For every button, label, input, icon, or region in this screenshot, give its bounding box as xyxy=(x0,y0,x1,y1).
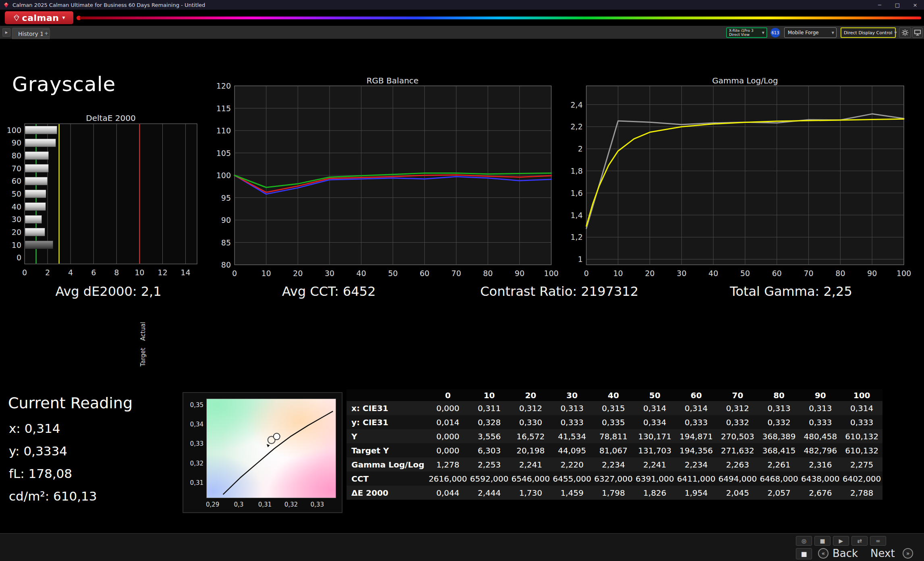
meter-name: X-Rite i1Pro 3 xyxy=(729,29,760,33)
table-cell: 6455,000 xyxy=(551,472,593,486)
axis-tick-label: 90 xyxy=(12,138,21,147)
table-cell: 0,328 xyxy=(469,415,510,429)
table-col-header-90: 90 xyxy=(799,389,841,401)
workspace-layout-button[interactable] xyxy=(912,27,923,38)
axis-tick-label: 110 xyxy=(216,126,231,135)
source-select-dropdown[interactable]: Mobile Forge ▼ xyxy=(784,27,837,38)
table-cell: 368,389 xyxy=(758,429,800,443)
pattern-window-button[interactable]: ■ xyxy=(796,548,812,559)
cie-y-tick: 0,31 xyxy=(181,479,203,486)
table-row-label: Gamma Log/Log xyxy=(347,457,427,472)
table-cell: 2,241 xyxy=(510,457,551,472)
table-cell: 0,000 xyxy=(427,401,469,415)
calman-menu-button[interactable]: calman ▼ xyxy=(5,11,73,24)
stat-avg-de2000: Avg dE2000: 2,1 xyxy=(55,284,161,299)
table-cell: 6546,000 xyxy=(510,472,551,486)
axis-tick-label: 0 xyxy=(17,253,21,262)
delta-e-bar-100 xyxy=(25,126,57,134)
table-cell: 482,796 xyxy=(799,443,841,457)
table-cell: 2,045 xyxy=(717,486,758,500)
axis-tick-label: 40 xyxy=(356,269,366,278)
table-cell: 2,220 xyxy=(551,457,593,472)
axis-tick-label: 10 xyxy=(262,269,271,278)
table-col-header-100: 100 xyxy=(841,389,882,401)
cie-y-tick: 0,34 xyxy=(181,421,203,428)
continuous-read-button[interactable]: ⇄ xyxy=(851,536,868,546)
table-row: Y0,0003,55616,57241,53478,811130,171194,… xyxy=(347,429,882,443)
back-icon[interactable]: « xyxy=(818,548,828,559)
stat-contrast-ratio: Contrast Ratio: 2197312 xyxy=(480,284,639,299)
table-row-label: Target Y xyxy=(347,443,427,457)
next-icon[interactable]: » xyxy=(903,548,913,559)
axis-tick-label: 30 xyxy=(12,215,21,224)
calman-app-icon xyxy=(3,2,9,8)
maximize-button[interactable]: □ xyxy=(889,0,906,10)
cie-x-tick: 0,32 xyxy=(279,501,303,508)
delta-e-bar-10 xyxy=(25,241,53,249)
reading-x: x: 0,314 xyxy=(9,421,60,436)
minimize-button[interactable]: ─ xyxy=(871,0,889,10)
cie-x-tick: 0,33 xyxy=(305,501,329,508)
close-button[interactable]: × xyxy=(906,0,924,10)
table-col-header-80: 80 xyxy=(758,389,800,401)
page-title: Grayscale xyxy=(12,73,116,96)
axis-tick-label: 12 xyxy=(158,268,167,277)
delta-e-bar-40 xyxy=(25,203,46,211)
axis-tick-label: 70 xyxy=(12,164,21,173)
axis-tick-label: 85 xyxy=(221,238,231,247)
table-cell: 2,676 xyxy=(799,486,841,500)
stop-button[interactable]: ■ xyxy=(814,536,831,546)
back-button[interactable]: Back xyxy=(833,547,858,559)
axis-tick-label: 1,2 xyxy=(571,233,583,241)
gamma-line-chart: 010203040506070809010011,21,41,61,822,22… xyxy=(567,83,910,278)
axis-tick-label: 14 xyxy=(181,268,190,277)
rainbow-gradient-bar xyxy=(80,17,921,19)
table-cell: 6592,000 xyxy=(469,472,510,486)
reading-cdm2: cd/m²: 610,13 xyxy=(9,489,97,503)
delta-e-bar-30 xyxy=(25,215,42,223)
actual-row-label: Actual xyxy=(139,319,146,343)
app-window: Calman 2025 Calman Ultimate for Business… xyxy=(0,0,924,561)
cursor-pointer-icon xyxy=(267,444,270,447)
table-cell: 2616,000 xyxy=(427,472,469,486)
table-cell: 271,632 xyxy=(717,443,758,457)
window-title: Calman 2025 Calman Ultimate for Business… xyxy=(12,2,205,8)
table-cell: 6,303 xyxy=(469,443,510,457)
grayscale-swatch-strip: 0102030405060708090100 xyxy=(0,308,924,383)
table-cell: 6438,000 xyxy=(799,472,841,486)
axis-tick-label: 6 xyxy=(91,268,96,277)
source-name: Mobile Forge xyxy=(785,30,830,35)
axis-tick-label: 95 xyxy=(221,193,231,202)
table-cell: 0,314 xyxy=(634,401,676,415)
calman-diamond-icon xyxy=(13,15,20,21)
table-row: CCT2616,0006592,0006546,0006455,0006327,… xyxy=(347,472,882,486)
profile-icon-button[interactable]: ◎ xyxy=(796,536,812,546)
play-button[interactable]: ▶ xyxy=(833,536,849,546)
axis-tick-label: 1,4 xyxy=(571,211,583,220)
meter-select-dropdown[interactable]: X-Rite i1Pro 3 Direct View ▼ xyxy=(726,27,767,38)
axis-tick-label: 90 xyxy=(867,269,877,278)
table-row-label: y: CIE31 xyxy=(347,415,427,429)
settings-button[interactable] xyxy=(899,27,911,38)
axis-tick-label: 1,8 xyxy=(571,166,583,175)
table-cell: 0,014 xyxy=(427,415,469,429)
display-control-name: Direct Display Control xyxy=(841,30,892,35)
stat-avg-cct: Avg CCT: 6452 xyxy=(282,284,376,299)
meter-mode: Direct View xyxy=(729,33,760,37)
delta-e-bar-60 xyxy=(25,177,48,185)
axis-tick-label: 10 xyxy=(12,241,21,249)
actual-marker xyxy=(274,433,280,440)
table-col-header-40: 40 xyxy=(593,389,634,401)
table-cell: 2,788 xyxy=(841,486,882,500)
history-expander-button[interactable]: ▶ xyxy=(2,28,10,37)
table-corner-cell xyxy=(347,389,427,401)
table-cell: 0,312 xyxy=(717,401,758,415)
display-control-dropdown[interactable]: Direct Display Control ▼ xyxy=(841,27,896,38)
add-tab-button[interactable]: + xyxy=(43,29,50,37)
next-button[interactable]: Next xyxy=(870,547,895,559)
loop-button[interactable]: ∞ xyxy=(870,536,886,546)
table-cell: 2,275 xyxy=(841,457,882,472)
table-cell: 0,333 xyxy=(841,415,882,429)
axis-tick-label: 70 xyxy=(451,269,461,278)
axis-tick-label: 100 xyxy=(7,126,21,135)
